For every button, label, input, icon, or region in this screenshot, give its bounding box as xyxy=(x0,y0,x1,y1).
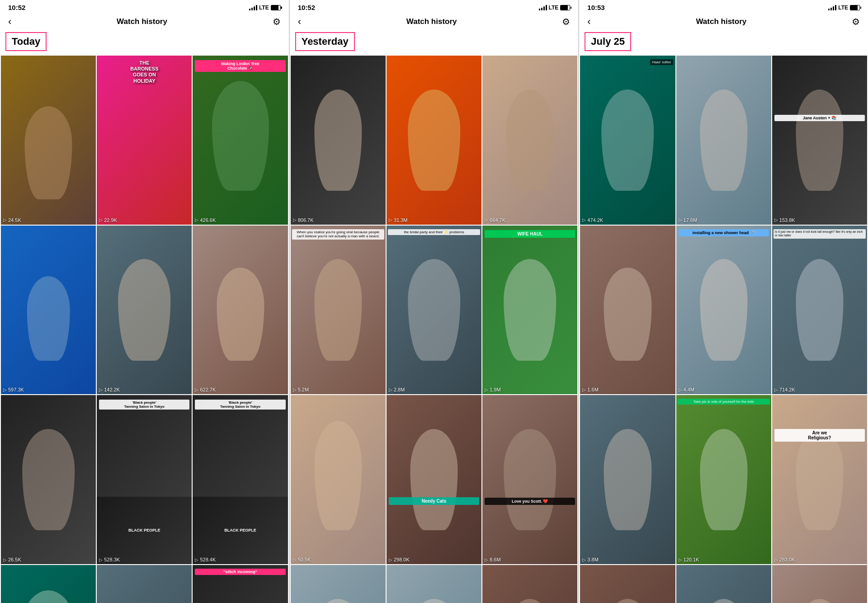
video-thumb-t3[interactable]: Making Linden TreeChocolate 🍫 ▷426.6K xyxy=(193,56,288,225)
video-count-y5: ▷2.8M xyxy=(387,385,481,394)
status-time-yesterday: 10:52 xyxy=(298,4,315,11)
video-count-y9: ▷8.6M xyxy=(482,555,577,564)
status-icons-yesterday: LTE xyxy=(539,5,571,11)
video-thumb-t7[interactable]: ▷26.5K xyxy=(1,395,96,564)
video-thumb-j12[interactable]: ▷1.7M xyxy=(772,565,867,603)
video-thumb-y4[interactable]: When you realize you're going viral beca… xyxy=(291,226,386,395)
status-time-today: 10:52 xyxy=(8,4,25,11)
nav-title-yesterday: Watch history xyxy=(406,17,457,26)
back-button-yesterday[interactable]: ‹ xyxy=(298,16,301,28)
status-bar-today: 10:52 LTE xyxy=(0,0,289,13)
video-count-t9: ▷528.4K xyxy=(193,555,288,564)
video-thumb-j5[interactable]: installing a new shower head 🚿 ▷4.4M xyxy=(676,226,771,395)
signal-icon-today xyxy=(249,5,257,10)
video-count-y6: ▷1.9M xyxy=(482,385,577,394)
video-thumb-y5[interactable]: the bridal party and their ✨ problems ▷2… xyxy=(387,226,481,395)
video-count-j4: ▷1.6M xyxy=(580,385,675,394)
nav-title-july25: Watch history xyxy=(696,17,746,26)
nav-title-today: Watch history xyxy=(117,17,167,26)
video-count-y1: ▷806.7K xyxy=(291,216,386,225)
video-count-j6: ▷714.2K xyxy=(772,385,867,394)
video-thumb-y12[interactable]: ▷8.3M xyxy=(482,565,577,603)
status-icons-today: LTE xyxy=(249,5,281,11)
video-thumb-j9[interactable]: Are weReligious? ▷283.0K xyxy=(772,395,867,564)
battery-icon-today xyxy=(271,5,281,10)
video-count-y2: ▷31.3M xyxy=(387,216,481,225)
video-thumb-j3[interactable]: Jane Austen + 📚 ▷153.8K xyxy=(772,56,867,225)
video-thumb-y9[interactable]: Love you Scott. ❤️ ▷8.6M xyxy=(482,395,577,564)
video-count-j9: ▷283.0K xyxy=(772,555,867,564)
video-grid-july25: Haas' editor ▷474.2K ▷17.6M Jane Austen … xyxy=(579,56,868,603)
video-count-j3: ▷153.8K xyxy=(772,216,867,225)
video-thumb-t10[interactable]: ▷1.4M xyxy=(1,565,96,603)
video-count-t3: ▷426.6K xyxy=(193,216,288,225)
video-count-j1: ▷474.2K xyxy=(580,216,675,225)
date-header-wrap-yesterday: Yesterday xyxy=(290,31,579,56)
lte-label-today: LTE xyxy=(259,5,269,11)
lte-label-july25: LTE xyxy=(838,5,848,11)
battery-icon-july25 xyxy=(850,5,860,10)
status-time-july25: 10:53 xyxy=(587,4,604,11)
video-count-j2: ▷17.6M xyxy=(676,216,771,225)
video-thumb-y8[interactable]: Needy Cats ▷298.0K xyxy=(387,395,481,564)
signal-icon-yesterday xyxy=(539,5,547,10)
video-count-t2: ▷22.9K xyxy=(97,216,192,225)
signal-icon-july25 xyxy=(828,5,836,10)
video-thumb-j10[interactable]: BROTHER KHALED?!? ▷3.0M xyxy=(580,565,675,603)
back-button-july25[interactable]: ‹ xyxy=(587,16,590,28)
status-bar-yesterday: 10:52 LTE xyxy=(290,0,579,13)
date-header-wrap-today: Today xyxy=(0,31,289,56)
date-header-today: Today xyxy=(5,32,47,51)
video-count-t8: ▷528.3K xyxy=(97,555,192,564)
nav-bar-july25: ‹ Watch history ⚙ xyxy=(579,13,868,31)
video-thumb-j6[interactable]: Is it just me or does it not look tall e… xyxy=(772,226,867,395)
video-thumb-t8[interactable]: 'Black people'Tanning Salon in Tokyo BLA… xyxy=(97,395,192,564)
video-thumb-t9[interactable]: 'Black people'Tanning Salon in Tokyo BLA… xyxy=(193,395,288,564)
video-count-t6: ▷622.7K xyxy=(193,385,288,394)
video-thumb-j8[interactable]: Take pic & vids of yourself for the kids… xyxy=(676,395,771,564)
settings-button-yesterday[interactable]: ⚙ xyxy=(562,16,570,27)
video-thumb-y7[interactable]: ▷50.5K xyxy=(291,395,386,564)
video-thumb-j2[interactable]: ▷17.6M xyxy=(676,56,771,225)
video-thumb-y6[interactable]: WIFE HAUL ▷1.9M xyxy=(482,226,577,395)
status-bar-july25: 10:53 LTE xyxy=(579,0,868,13)
video-thumb-t6[interactable]: ▷622.7K xyxy=(193,226,288,395)
video-thumb-j7[interactable]: ▷3.8M xyxy=(580,395,675,564)
video-thumb-t11[interactable]: We are family ❤️ ▷703.4K xyxy=(97,565,192,603)
video-count-y3: ▷664.7K xyxy=(482,216,577,225)
video-thumb-t5[interactable]: ▷142.2K xyxy=(97,226,192,395)
video-count-j7: ▷3.8M xyxy=(580,555,675,564)
video-thumb-y11[interactable]: Screen Time:Solution ▷11.6K xyxy=(387,565,481,603)
video-thumb-j4[interactable]: ▷1.6M xyxy=(580,226,675,395)
video-count-t5: ▷142.2K xyxy=(97,385,192,394)
status-icons-july25: LTE xyxy=(828,5,860,11)
video-grid-yesterday: ▷806.7K ▷31.3M ▷664.7K When you realize … xyxy=(290,56,579,603)
video-thumb-y2[interactable]: ▷31.3M xyxy=(387,56,481,225)
settings-button-july25[interactable]: ⚙ xyxy=(852,16,860,27)
date-header-wrap-july25: July 25 xyxy=(579,31,868,56)
date-header-yesterday: Yesterday xyxy=(295,32,355,51)
video-thumb-y1[interactable]: ▷806.7K xyxy=(291,56,386,225)
phone-today: 10:52 LTE ‹ Watch history ⚙ Today xyxy=(0,0,290,603)
video-count-j5: ▷4.4M xyxy=(676,385,771,394)
video-count-y7: ▷50.5K xyxy=(291,555,386,564)
phones-container: 10:52 LTE ‹ Watch history ⚙ Today xyxy=(0,0,868,603)
video-thumb-t1[interactable]: ▷24.5K xyxy=(1,56,96,225)
video-count-j8: ▷120.1K xyxy=(676,555,771,564)
video-thumb-j1[interactable]: Haas' editor ▷474.2K xyxy=(580,56,675,225)
settings-button-today[interactable]: ⚙ xyxy=(273,16,281,27)
back-button-today[interactable]: ‹ xyxy=(8,16,11,28)
video-thumb-j11[interactable]: ▷1.5M xyxy=(676,565,771,603)
lte-label-yesterday: LTE xyxy=(549,5,559,11)
video-thumb-t12[interactable]: "stitch incoming" ▷589.2K xyxy=(193,565,288,603)
video-thumb-t4[interactable]: ▷597.3K xyxy=(1,226,96,395)
phone-july25: 10:53 LTE ‹ Watch history ⚙ July 25 xyxy=(579,0,868,603)
video-grid-today: ▷24.5K THEBARONESSGOES ONHOLIDAY ▷22.9K … xyxy=(0,56,289,603)
video-thumb-y10[interactable]: Screen time:Problem ▷290.9K xyxy=(291,565,386,603)
video-thumb-y3[interactable]: ▷664.7K xyxy=(482,56,577,225)
video-count-t7: ▷26.5K xyxy=(1,555,96,564)
video-count-t4: ▷597.3K xyxy=(1,385,96,394)
video-thumb-t2[interactable]: THEBARONESSGOES ONHOLIDAY ▷22.9K xyxy=(97,56,192,225)
phone-yesterday: 10:52 LTE ‹ Watch history ⚙ Yesterday xyxy=(290,0,580,603)
video-count-y4: ▷5.2M xyxy=(291,385,386,394)
